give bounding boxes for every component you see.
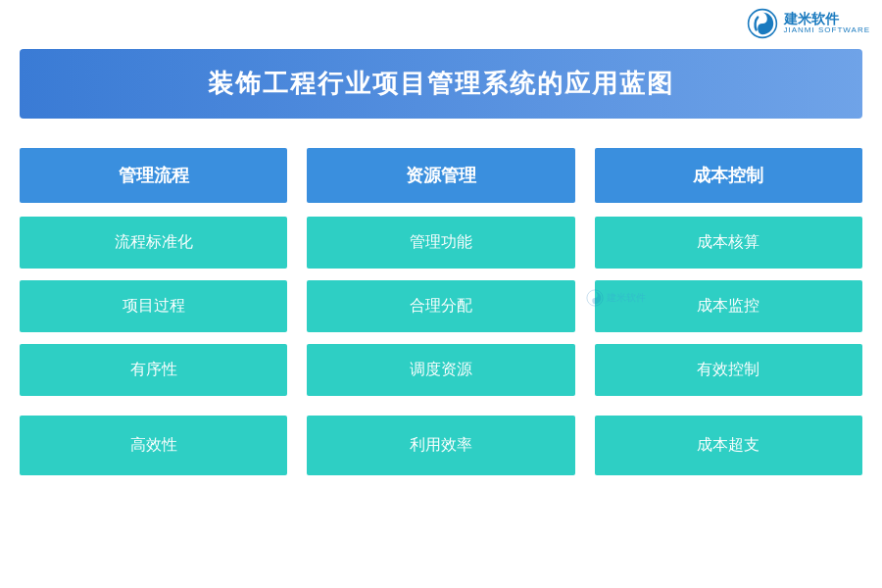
- logo-icon: [747, 8, 778, 39]
- item-2-1: 合理分配: [307, 280, 574, 332]
- item-3-0: 成本核算: [595, 217, 862, 269]
- bottom-cell-2: 成本超支: [595, 416, 862, 475]
- item-2-0: 管理功能: [307, 217, 574, 269]
- watermark-text: 建米软件: [607, 291, 646, 305]
- col-header-1: 管理流程: [20, 148, 287, 203]
- logo: 建米软件 JIANMI SOFTWARE: [747, 8, 870, 39]
- col-header-2: 资源管理: [307, 148, 574, 203]
- item-1-2: 有序性: [20, 344, 287, 396]
- col-items-2: 管理功能 合理分配 调度资源: [307, 217, 574, 396]
- watermark: 建米软件: [586, 289, 646, 307]
- column-3: 成本控制 成本核算 成本监控 有效控制: [595, 148, 862, 396]
- col-items-1: 流程标准化 项目过程 有序性: [20, 217, 287, 396]
- item-2-2: 调度资源: [307, 344, 574, 396]
- logo-en: JIANMI SOFTWARE: [784, 26, 870, 35]
- bottom-row: 高效性 利用效率 成本超支: [20, 416, 862, 475]
- header-banner: 装饰工程行业项目管理系统的应用蓝图: [20, 49, 862, 119]
- main-content: 管理流程 流程标准化 项目过程 有序性 资源管理 管理功能 合理分配 调度资源 …: [20, 148, 862, 396]
- column-2: 资源管理 管理功能 合理分配 调度资源: [307, 148, 574, 396]
- header-title: 装饰工程行业项目管理系统的应用蓝图: [20, 67, 862, 101]
- column-1: 管理流程 流程标准化 项目过程 有序性: [20, 148, 287, 396]
- logo-cn: 建米软件: [784, 12, 870, 26]
- bottom-cell-1: 利用效率: [307, 416, 574, 475]
- logo-text: 建米软件 JIANMI SOFTWARE: [784, 12, 870, 35]
- item-1-0: 流程标准化: [20, 217, 287, 269]
- bottom-cell-0: 高效性: [20, 416, 287, 475]
- watermark-icon: [586, 289, 604, 307]
- item-1-1: 项目过程: [20, 280, 287, 332]
- item-3-2: 有效控制: [595, 344, 862, 396]
- col-header-3: 成本控制: [595, 148, 862, 203]
